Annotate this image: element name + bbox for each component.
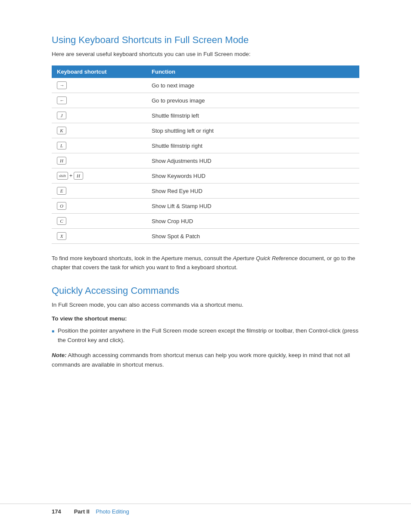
key-k: K xyxy=(57,127,66,134)
table-cell-function: Stop shuttling left or right xyxy=(146,123,359,138)
bullet-item: ■ Position the pointer anywhere in the F… xyxy=(52,326,359,345)
note-text: Although accessing commands from shortcu… xyxy=(52,352,350,368)
table-row: X Show Spot & Patch xyxy=(52,229,359,244)
key-c: C xyxy=(57,217,66,225)
key-h2: H xyxy=(74,172,83,180)
page-footer: 174 Part II Photo Editing xyxy=(0,504,411,515)
table-cell-function: Show Crop HUD xyxy=(146,214,359,229)
key-l: L xyxy=(57,142,66,149)
key-shift: shift xyxy=(57,172,68,180)
table-row: H Show Adjustments HUD xyxy=(52,153,359,168)
section2: Quickly Accessing Commands In Full Scree… xyxy=(52,285,359,370)
note-label: Note: xyxy=(52,352,67,358)
table-col2-header: Function xyxy=(146,65,359,78)
table-cell-key: E xyxy=(52,184,146,199)
table-cell-function: Show Red Eye HUD xyxy=(146,184,359,199)
section2-title: Quickly Accessing Commands xyxy=(52,285,359,296)
table-cell-key: C xyxy=(52,214,146,229)
table-cell-function: Go to previous image xyxy=(146,93,359,108)
table-cell-key: K xyxy=(52,123,146,138)
bullet-text: Position the pointer anywhere in the Ful… xyxy=(58,326,359,345)
section1-intro: Here are several useful keyboard shortcu… xyxy=(52,50,359,59)
table-row: ← Go to previous image xyxy=(52,93,359,108)
italic-reference: Aperture Quick Reference xyxy=(233,255,298,261)
page-number: 174 xyxy=(52,508,61,515)
table-cell-function: Show Adjustments HUD xyxy=(146,153,359,168)
table-cell-function: Shuttle filmstrip left xyxy=(146,108,359,123)
section1-footer-note: To find more keyboard shortcuts, look in… xyxy=(52,254,359,272)
table-cell-key: H xyxy=(52,153,146,168)
table-row: C Show Crop HUD xyxy=(52,214,359,229)
key-e: E xyxy=(57,187,66,195)
key-x: X xyxy=(57,232,66,240)
plus-sign: + xyxy=(69,173,72,179)
key-left-arrow: ← xyxy=(57,96,67,104)
table-cell-function: Show Lift & Stamp HUD xyxy=(146,199,359,214)
table-row: shift + H Show Keywords HUD xyxy=(52,168,359,184)
table-row: L Shuttle filmstrip right xyxy=(52,138,359,153)
table-row: K Stop shuttling left or right xyxy=(52,123,359,138)
table-cell-function: Shuttle filmstrip right xyxy=(146,138,359,153)
table-cell-function: Show Spot & Patch xyxy=(146,229,359,244)
section2-intro: In Full Screen mode, you can also access… xyxy=(52,301,359,309)
key-right-arrow: → xyxy=(57,81,67,89)
table-col1-header: Keyboard shortcut xyxy=(52,65,146,78)
table-cell-key: L xyxy=(52,138,146,153)
key-j: J xyxy=(57,112,66,119)
key-combo-shift-h: shift + H xyxy=(57,172,141,180)
part-label: Part II xyxy=(74,508,90,515)
table-cell-key: O xyxy=(52,199,146,214)
note-box: Note: Although accessing commands from s… xyxy=(52,351,359,369)
table-cell-key: shift + H xyxy=(52,168,146,184)
table-row: E Show Red Eye HUD xyxy=(52,184,359,199)
table-cell-key: X xyxy=(52,229,146,244)
shortcuts-table: Keyboard shortcut Function → Go to next … xyxy=(52,65,359,244)
table-cell-function: Show Keywords HUD xyxy=(146,168,359,184)
table-row: O Show Lift & Stamp HUD xyxy=(52,199,359,214)
section1-title: Using Keyboard Shortcuts in Full Screen … xyxy=(52,34,359,46)
key-o: O xyxy=(57,202,66,210)
table-cell-key: ← xyxy=(52,93,146,108)
part-name: Photo Editing xyxy=(96,508,129,515)
table-row: J Shuttle filmstrip left xyxy=(52,108,359,123)
bullet-icon: ■ xyxy=(52,328,54,345)
footer-part: Part II Photo Editing xyxy=(74,508,129,515)
subsection-title: To view the shortcut menu: xyxy=(52,315,359,322)
table-row: → Go to next image xyxy=(52,78,359,93)
table-cell-function: Go to next image xyxy=(146,78,359,93)
table-cell-key: J xyxy=(52,108,146,123)
key-h: H xyxy=(57,157,66,165)
table-cell-key: → xyxy=(52,78,146,93)
